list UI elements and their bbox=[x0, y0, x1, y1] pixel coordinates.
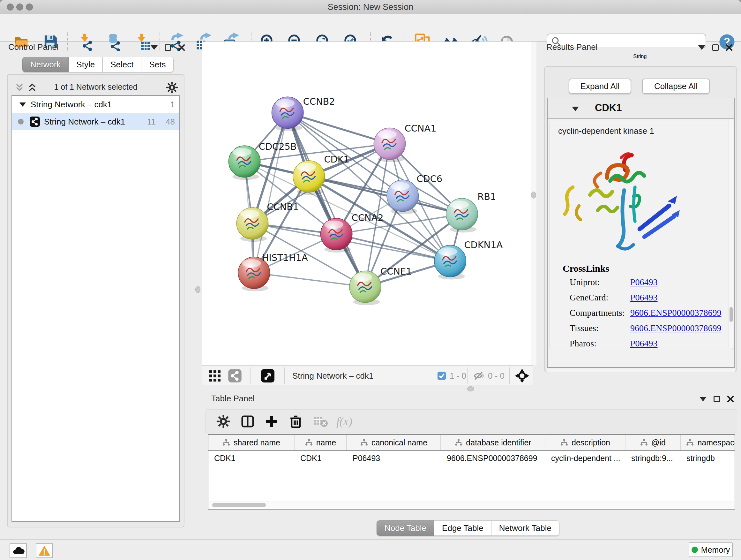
column-header-description[interactable]: description bbox=[545, 435, 625, 450]
crosslink-label: Uniprot: bbox=[569, 277, 630, 287]
status-bar: Memory bbox=[0, 539, 741, 560]
splitter-handle-right[interactable] bbox=[531, 192, 536, 199]
column-header-database-identifier[interactable]: database identifier bbox=[441, 435, 545, 450]
table-cell: CDK1 bbox=[208, 454, 294, 463]
node-label-CCNB2: CCNB2 bbox=[303, 96, 335, 107]
panel-menu-icon[interactable] bbox=[151, 45, 158, 50]
column-header-canonical-name[interactable]: canonical name bbox=[347, 435, 441, 450]
birds-eye-view-icon[interactable] bbox=[260, 368, 275, 383]
cloud-icon bbox=[12, 546, 24, 556]
results-hscrollbar[interactable] bbox=[547, 368, 735, 372]
protein-card-header[interactable]: CDK1 bbox=[548, 98, 734, 119]
selected-checkbox-icon[interactable] bbox=[437, 371, 447, 381]
collection-label: String Network – cdk1 bbox=[30, 100, 112, 110]
collapse-protein-icon[interactable] bbox=[572, 107, 579, 111]
delete-table-icon[interactable] bbox=[311, 412, 330, 431]
protein-card: CDK1 cyclin-dependent kinase 1 bbox=[547, 98, 735, 368]
tab-network[interactable]: Network bbox=[22, 57, 69, 72]
panel-splitter-vertical[interactable] bbox=[531, 42, 536, 365]
expand-all-button[interactable]: Expand All bbox=[569, 78, 631, 94]
control-panel: Control Panel NetworkStyleSelectSets 1 o… bbox=[3, 42, 189, 530]
table-row[interactable]: CDK1CDK1P064939606.ENSP00000378699cyclin… bbox=[208, 451, 735, 465]
panel-menu-icon[interactable] bbox=[698, 45, 705, 50]
panel-close-icon[interactable] bbox=[178, 44, 185, 51]
cloud-status-button[interactable] bbox=[10, 543, 27, 558]
node-label-CCNA1: CCNA1 bbox=[405, 123, 436, 134]
table-cell: cyclin-dependent ... bbox=[545, 454, 625, 463]
tab-style[interactable]: Style bbox=[69, 57, 103, 72]
node-label-CCNB1: CCNB1 bbox=[267, 201, 299, 212]
current-network-dot bbox=[18, 119, 23, 125]
tab-select[interactable]: Select bbox=[103, 57, 141, 72]
tab-node-table[interactable]: Node Table bbox=[377, 520, 434, 536]
protein-description: cyclin-dependent kinase 1 bbox=[558, 126, 732, 136]
selected-nodes-indicator: 1 - 0 bbox=[437, 368, 466, 383]
tab-edge-table[interactable]: Edge Table bbox=[434, 520, 491, 536]
results-scrollbar[interactable] bbox=[729, 119, 733, 348]
memory-button[interactable]: Memory bbox=[689, 543, 733, 557]
network-view-canvas[interactable]: CCNB2CCNA1CDC25BCDK1CDC6RB1CCNB1CCNA2CDK… bbox=[202, 42, 531, 365]
node-label-CDK1: CDK1 bbox=[324, 154, 349, 165]
column-header-namespace[interactable]: namespace bbox=[681, 435, 735, 450]
footer-separator bbox=[467, 368, 468, 384]
control-panel-tabs: NetworkStyleSelectSets bbox=[22, 57, 174, 72]
node-table[interactable]: shared namenamecanonical namedatabase id… bbox=[208, 434, 735, 509]
table-settings-gear-icon[interactable] bbox=[214, 412, 233, 431]
collection-expand-icon[interactable] bbox=[19, 102, 26, 107]
network-collection-row[interactable]: String Network – cdk1 1 bbox=[12, 96, 179, 113]
collection-count: 1 bbox=[171, 100, 175, 110]
splitter-handle-bottom[interactable] bbox=[467, 386, 474, 391]
column-header-name[interactable]: name bbox=[294, 435, 347, 450]
results-panel-title: Results Panel bbox=[546, 42, 597, 52]
crosslink-link[interactable]: P06493 bbox=[630, 338, 658, 349]
table-hscroll-thumb[interactable] bbox=[212, 503, 266, 507]
edge-CCNB2-HIST1H1A[interactable] bbox=[254, 113, 287, 273]
network-options-gear-icon[interactable] bbox=[166, 81, 178, 94]
delete-column-icon[interactable] bbox=[286, 412, 306, 431]
panel-float-icon[interactable] bbox=[712, 44, 719, 51]
network-share-view-icon[interactable] bbox=[228, 368, 242, 383]
collapse-all-button[interactable]: Collapse All bbox=[642, 78, 710, 94]
panel-float-icon[interactable] bbox=[714, 396, 720, 402]
warnings-button[interactable] bbox=[36, 543, 53, 558]
node-label-HIST1H1A: HIST1H1A bbox=[262, 252, 308, 263]
crosslink-label: GeneCard: bbox=[569, 293, 630, 303]
network-row[interactable]: String Network – cdk1 11 48 bbox=[12, 113, 179, 130]
add-column-icon[interactable] bbox=[262, 412, 281, 431]
crosslinks-heading: CrossLinks bbox=[562, 263, 732, 274]
protein-card-body: cyclin-dependent kinase 1 bbox=[549, 121, 733, 349]
title-bar: Session: New Session bbox=[0, 0, 741, 14]
crosslink-link[interactable]: 9606.ENSP00000378699 bbox=[630, 323, 721, 333]
panel-close-icon[interactable] bbox=[727, 395, 734, 402]
node-label-CDKN1A: CDKN1A bbox=[464, 240, 502, 250]
hidden-eye-icon[interactable] bbox=[473, 371, 485, 381]
panel-close-icon[interactable] bbox=[726, 44, 733, 51]
grid-view-icon[interactable] bbox=[208, 368, 221, 383]
table-panel: Table Panel f(x) bbox=[202, 390, 741, 537]
footer-separator bbox=[284, 368, 285, 384]
crosslink-row: Uniprot:P06493 bbox=[569, 277, 732, 287]
column-header-shared-name[interactable]: shared name bbox=[208, 435, 294, 450]
center-view-icon[interactable] bbox=[515, 368, 530, 383]
table-cell: stringdb:9... bbox=[625, 454, 681, 463]
function-builder-icon: f(x) bbox=[335, 412, 354, 431]
tab-network-table[interactable]: Network Table bbox=[491, 520, 559, 536]
table-panel-title: Table Panel bbox=[211, 394, 255, 403]
panel-float-icon[interactable] bbox=[165, 44, 171, 51]
crosslink-link[interactable]: P06493 bbox=[630, 277, 658, 287]
edge-HIST1H1A-CCNE1[interactable] bbox=[254, 273, 365, 287]
crosslink-row: Pharos:P06493 bbox=[569, 338, 732, 349]
panel-menu-icon[interactable] bbox=[699, 397, 706, 401]
splitter-handle-left[interactable] bbox=[195, 286, 200, 293]
table-hscrollbar[interactable] bbox=[209, 502, 734, 508]
tab-string[interactable]: String bbox=[633, 54, 647, 59]
crosslink-row: Compartments:9606.ENSP00000378699 bbox=[569, 308, 732, 318]
crosslink-link[interactable]: P06493 bbox=[630, 293, 658, 303]
string-network-graph[interactable]: CCNB2CCNA1CDC25BCDK1CDC6RB1CCNB1CCNA2CDK… bbox=[202, 42, 531, 365]
column-header-@id[interactable]: @id bbox=[625, 435, 681, 450]
warning-icon bbox=[38, 545, 51, 557]
network-manager: 1 of 1 Network selected String Network –… bbox=[7, 74, 185, 527]
show-columns-icon[interactable] bbox=[238, 412, 257, 431]
tab-sets[interactable]: Sets bbox=[141, 57, 174, 72]
crosslink-link[interactable]: 9606.ENSP00000378699 bbox=[630, 308, 721, 318]
